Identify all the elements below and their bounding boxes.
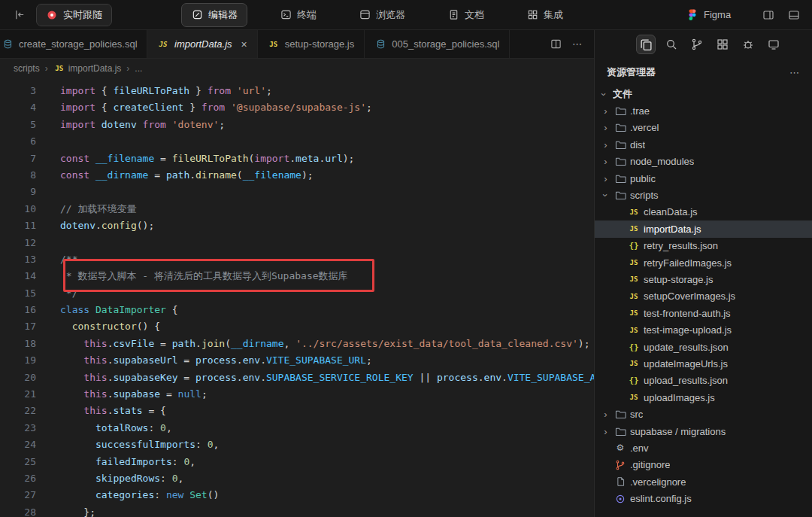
- tree-item-eslint.config.js[interactable]: eslint.config.js: [595, 490, 812, 506]
- tree-item-setup-storage.js[interactable]: JSsetup-storage.js: [595, 271, 812, 287]
- line-text: const __dirname = path.dirname(__filenam…: [36, 167, 314, 184]
- editor-tab-0[interactable]: create_storage_policies.sql: [0, 30, 147, 58]
- tree-item-.gitignore[interactable]: .gitignore: [595, 457, 812, 473]
- tree-item-updateimageurls.js[interactable]: JSupdateImageUrls.js: [595, 355, 812, 372]
- git-icon: [614, 460, 626, 470]
- line-text: this.supabaseUrl = process.env.VITE_SUPA…: [36, 352, 372, 369]
- tree-item-label: .env: [630, 442, 649, 454]
- sidebar-header: 资源管理器 ⋯: [595, 59, 812, 83]
- titlebar-nav-item-4[interactable]: 集成: [517, 3, 573, 27]
- split-editor-icon[interactable]: [550, 38, 562, 50]
- code-line-5: 5import dotenv from 'dotenv';: [0, 117, 594, 133]
- line-number: 22: [0, 403, 36, 419]
- folder-icon: [614, 173, 626, 184]
- chevron-collapsed-icon[interactable]: ›: [601, 426, 611, 437]
- chevron-collapsed-icon[interactable]: ›: [601, 173, 611, 184]
- breadcrumb-label: importData.js: [68, 63, 122, 74]
- folder-icon: [614, 409, 626, 420]
- tab-label: 005_storage_policies.sql: [392, 38, 499, 50]
- live-follow-badge[interactable]: 实时跟随: [36, 4, 112, 26]
- tree-item-cleandata.js[interactable]: JScleanData.js: [595, 204, 812, 220]
- nav-label: 文档: [465, 8, 484, 22]
- titlebar-nav-item-1[interactable]: 终端: [270, 3, 326, 27]
- tree-item-update_results.json[interactable]: {}update_results.json: [595, 339, 812, 355]
- sidebar: 资源管理器 ⋯ ›文件›.trae›.vercel›dist›node_modu…: [594, 30, 812, 517]
- tree-item-supabase-migrations[interactable]: ›supabase / migrations: [595, 423, 812, 439]
- chevron-collapsed-icon[interactable]: ›: [601, 122, 611, 133]
- more-actions-icon[interactable]: ⋯: [572, 38, 582, 50]
- tree-item-.vercelignore[interactable]: .vercelignore: [595, 473, 812, 490]
- sidebar-extensions-icon[interactable]: [713, 35, 732, 54]
- folder-icon: [614, 190, 626, 201]
- tree-item-scripts[interactable]: ›scripts: [595, 187, 812, 203]
- chevron-collapsed-icon[interactable]: ›: [601, 409, 611, 420]
- panel-layout-icon[interactable]: [786, 8, 801, 23]
- panel-right-icon[interactable]: [761, 8, 776, 23]
- db-icon: [2, 39, 14, 49]
- tree-item-label: 文件: [613, 87, 632, 101]
- tree-item-importdata.js[interactable]: JSimportData.js: [595, 220, 812, 237]
- line-text: import { createClient } from '@supabase/…: [36, 99, 372, 116]
- collapse-left-icon[interactable]: [11, 6, 29, 24]
- titlebar-nav-item-3[interactable]: 文档: [438, 3, 494, 27]
- line-text: totalRows: 0,: [36, 420, 172, 436]
- chevron-expanded-icon[interactable]: ›: [600, 190, 611, 200]
- tree-item-node_modules[interactable]: ›node_modules: [595, 154, 812, 170]
- editor-tab-3[interactable]: 005_storage_policies.sql: [365, 30, 510, 58]
- breadcrumb-item-0[interactable]: scripts: [14, 63, 40, 74]
- js-icon: JS: [53, 65, 65, 72]
- tab-close-icon[interactable]: ×: [241, 38, 247, 50]
- breadcrumb-item-1[interactable]: JSimportData.js: [53, 63, 122, 74]
- breadcrumb-label: ...: [135, 63, 142, 74]
- sidebar-more-icon[interactable]: ⋯: [789, 67, 800, 78]
- sidebar-files-icon[interactable]: [636, 35, 656, 54]
- sidebar-remote-icon[interactable]: [764, 35, 783, 54]
- tree-item-setupcoverimages.js[interactable]: JSsetupCoverImages.js: [595, 288, 812, 305]
- tree-item-src[interactable]: ›src: [595, 406, 812, 422]
- tree-item-public[interactable]: ›public: [595, 170, 812, 187]
- tree-item-dist[interactable]: ›dist: [595, 136, 812, 153]
- tree-item-.vercel[interactable]: ›.vercel: [595, 120, 812, 136]
- line-text: this.supabase = null;: [36, 386, 208, 403]
- line-number: 16: [0, 302, 36, 318]
- editor-tab-1[interactable]: JSimportData.js×: [147, 30, 258, 58]
- sidebar-debug-icon[interactable]: [738, 35, 758, 54]
- tree-item-label: dist: [630, 139, 645, 151]
- breadcrumb-item-2[interactable]: ...: [135, 63, 142, 74]
- titlebar-nav-item-0[interactable]: 编辑器: [181, 3, 247, 27]
- tree-item-retry_results.json[interactable]: {}retry_results.json: [595, 238, 812, 254]
- chevron-collapsed-icon[interactable]: ›: [601, 139, 611, 151]
- line-text: const __filename = fileURLToPath(import.…: [36, 151, 354, 167]
- titlebar-nav-item-2[interactable]: 浏览器: [349, 3, 415, 27]
- breadcrumb-label: scripts: [14, 63, 40, 74]
- line-text: failedImports: 0,: [36, 454, 195, 470]
- editor-tab-2[interactable]: JSsetup-storage.js: [258, 30, 365, 58]
- tree-item-retryfailedimages.js[interactable]: JSretryFailedImages.js: [595, 254, 812, 271]
- tree-item-uploadimages.js[interactable]: JSuploadImages.js: [595, 389, 812, 406]
- sidebar-git-branch-icon[interactable]: [687, 35, 707, 54]
- tree-item-test-frontend-auth.js[interactable]: JStest-frontend-auth.js: [595, 305, 812, 321]
- chevron-expanded-icon[interactable]: ›: [598, 90, 610, 99]
- tree-item-test-image-upload.js[interactable]: JStest-image-upload.js: [595, 321, 812, 338]
- chevron-collapsed-icon[interactable]: ›: [601, 105, 611, 117]
- code-editor[interactable]: 3import { fileURLToPath } from 'url';4im…: [0, 78, 594, 517]
- line-text: import { fileURLToPath } from 'url';: [36, 83, 272, 99]
- tree-item-label: test-frontend-auth.js: [644, 308, 731, 319]
- chevron-collapsed-icon[interactable]: ›: [601, 156, 611, 167]
- tree-item-.env[interactable]: ⚙.env: [595, 439, 812, 456]
- tree-item-label: node_modules: [630, 156, 694, 167]
- tree-item-.trae[interactable]: ›.trae: [595, 102, 812, 119]
- sidebar-search-icon[interactable]: [662, 35, 681, 54]
- code-line-20: 20 this.supabaseKey = process.env.SUPABA…: [0, 370, 594, 386]
- line-number: 4: [0, 99, 36, 116]
- line-number: 7: [0, 151, 36, 167]
- code-line-9: 9: [0, 184, 594, 200]
- titlebar-nav-item-5[interactable]: Figma: [677, 4, 741, 26]
- code-line-21: 21 this.supabase = null;: [0, 386, 594, 403]
- tree-item-label: update_results.json: [644, 342, 729, 353]
- tree-item-label: setup-storage.js: [644, 274, 714, 285]
- tree-item--[interactable]: ›文件: [595, 86, 812, 102]
- tree-item-upload_results.json[interactable]: {}upload_results.json: [595, 373, 812, 389]
- editor-scrollbar[interactable]: [583, 78, 594, 517]
- tree-item-label: uploadImages.js: [644, 392, 715, 403]
